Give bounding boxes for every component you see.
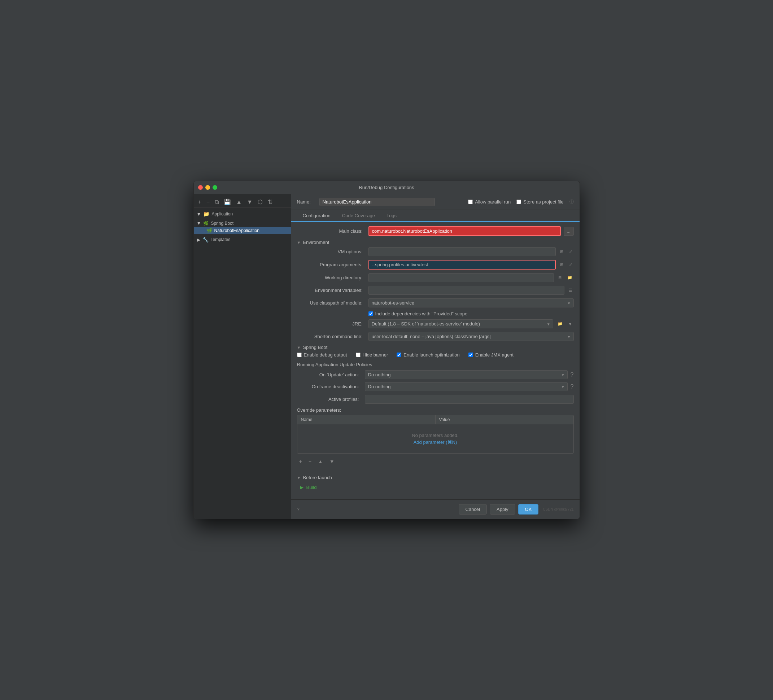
- enable-launch-optimization-checkbox[interactable]: [396, 353, 401, 357]
- env-variables-label: Environment variables:: [297, 288, 365, 293]
- shorten-cmd-label: Shorten command line:: [297, 334, 365, 339]
- templates-group-header[interactable]: ▶ 🔧 Templates: [194, 236, 291, 243]
- spring-boot-toggle[interactable]: ▼: [297, 345, 301, 350]
- working-dir-expand-icon[interactable]: ⊞: [557, 274, 563, 281]
- on-update-action-select-wrapper: Do nothing Update classes and resources …: [365, 370, 567, 379]
- sort-button[interactable]: ⇅: [266, 198, 274, 206]
- close-button[interactable]: [198, 185, 203, 190]
- spring-boot-section: ▼ Spring Boot Enable debug output Hide b…: [297, 345, 574, 467]
- copy-config-button[interactable]: ⧉: [213, 198, 220, 206]
- jre-folder-icon[interactable]: 📁: [556, 321, 564, 327]
- csdn-credit: CSDN @renkai721: [543, 507, 574, 511]
- enable-launch-optimization-label: Enable launch optimization: [403, 352, 459, 358]
- program-args-fullscreen-icon[interactable]: ⤢: [567, 261, 574, 268]
- add-config-button[interactable]: +: [197, 198, 203, 206]
- environment-toggle[interactable]: ▼: [297, 240, 301, 245]
- jre-label: JRE:: [297, 321, 365, 327]
- tab-configuration[interactable]: Configuration: [297, 210, 336, 222]
- enable-jmx-agent-checkbox[interactable]: [469, 353, 473, 357]
- remove-config-button[interactable]: −: [205, 198, 211, 206]
- build-icon: ▶: [300, 485, 304, 490]
- application-expand-arrow: ▼: [197, 212, 201, 217]
- main-class-value: com.naturobot.NaturobotEsApplication: [372, 228, 452, 234]
- params-move-up-button[interactable]: ▲: [316, 458, 325, 465]
- name-row: Name: Allow parallel run Store as projec…: [291, 194, 580, 210]
- vm-options-input[interactable]: [368, 247, 556, 256]
- hide-banner-item: Hide banner: [356, 352, 388, 358]
- program-arguments-input[interactable]: [368, 260, 556, 269]
- no-params-message: No parameters added.: [412, 433, 458, 438]
- jre-select[interactable]: Default (1.8 – SDK of 'naturobot-es-serv…: [368, 319, 553, 329]
- enable-debug-output-label: Enable debug output: [304, 352, 347, 358]
- on-update-help-icon[interactable]: ?: [571, 371, 574, 378]
- env-variables-row: Environment variables: ☰: [297, 286, 574, 295]
- right-panel: Name: Allow parallel run Store as projec…: [291, 194, 580, 519]
- help-question-icon[interactable]: ?: [297, 506, 299, 512]
- enable-debug-output-checkbox[interactable]: [297, 353, 302, 357]
- before-launch-header: ▼ Before launch: [297, 475, 574, 480]
- params-remove-button[interactable]: −: [306, 458, 314, 465]
- env-vars-list-icon[interactable]: ☰: [567, 287, 574, 293]
- application-group-header[interactable]: ▼ 📁 Application: [194, 210, 291, 218]
- program-args-expand-icon[interactable]: ⊞: [559, 261, 565, 268]
- include-deps-checkbox[interactable]: [368, 311, 373, 316]
- program-arguments-label: Program arguments:: [297, 262, 365, 267]
- params-value-col: Value: [436, 415, 574, 424]
- params-move-down-button[interactable]: ▼: [327, 458, 337, 465]
- main-class-input[interactable]: com.naturobot.NaturobotEsApplication: [368, 226, 561, 236]
- ok-button[interactable]: OK: [518, 504, 539, 514]
- use-classpath-row: Use classpath of module: naturobot-es-se…: [297, 298, 574, 307]
- main-class-browse-button[interactable]: ...: [564, 227, 574, 236]
- on-frame-deactivation-select[interactable]: Do nothing Update classes and resources …: [365, 382, 567, 391]
- shorten-cmd-select[interactable]: user-local default: none – java [options…: [368, 332, 574, 341]
- move-up-button[interactable]: ▲: [235, 198, 243, 206]
- include-deps-row: Include dependencies with "Provided" sco…: [368, 311, 574, 316]
- application-folder-icon: 📁: [203, 211, 209, 217]
- name-input[interactable]: [319, 198, 435, 206]
- params-add-button[interactable]: +: [297, 458, 304, 465]
- working-dir-folder-icon[interactable]: 📁: [566, 274, 574, 281]
- use-classpath-label: Use classpath of module:: [297, 300, 365, 306]
- active-profiles-input[interactable]: [365, 395, 574, 404]
- maximize-button[interactable]: [212, 185, 217, 190]
- tab-logs[interactable]: Logs: [381, 210, 402, 222]
- store-as-project-file-label: Store as project file: [523, 199, 563, 205]
- working-directory-row: Working directory: ⊞ 📁: [297, 273, 574, 282]
- spring-boot-section-label: Spring Boot: [303, 345, 327, 350]
- allow-parallel-run-checkbox-row: Allow parallel run: [468, 199, 511, 205]
- name-options: Allow parallel run Store as project file…: [468, 199, 574, 205]
- templates-label: Templates: [211, 237, 230, 242]
- on-frame-deactivation-select-wrapper: Do nothing Update classes and resources …: [365, 382, 567, 391]
- cancel-button[interactable]: Cancel: [459, 504, 487, 514]
- store-as-project-file-checkbox[interactable]: [516, 200, 521, 204]
- hide-banner-checkbox[interactable]: [356, 353, 360, 357]
- params-table: Name Value No parameters added. Add para…: [297, 415, 574, 454]
- spring-boot-group-label: Spring Boot: [211, 221, 234, 226]
- working-directory-input[interactable]: [368, 273, 554, 282]
- vm-options-expand-icon[interactable]: ⊞: [559, 249, 565, 255]
- move-down-button[interactable]: ▼: [245, 198, 254, 206]
- naturobot-item[interactable]: 🌿 NaturobotEsApplication: [194, 227, 291, 234]
- params-name-col: Name: [298, 415, 436, 424]
- allow-parallel-run-checkbox[interactable]: [468, 200, 473, 204]
- save-config-button[interactable]: 💾: [222, 198, 232, 206]
- enable-launch-optimization-item: Enable launch optimization: [396, 352, 459, 358]
- sidebar-toolbar: + − ⧉ 💾 ▲ ▼ ⬡ ⇅: [194, 196, 291, 208]
- apply-button[interactable]: Apply: [490, 504, 515, 514]
- on-frame-help-icon[interactable]: ?: [571, 384, 574, 390]
- tab-code-coverage[interactable]: Code Coverage: [336, 210, 381, 222]
- classpath-select[interactable]: naturobot-es-service: [368, 298, 574, 307]
- spring-boot-group-header[interactable]: ▼ 🌿 Spring Boot: [194, 219, 291, 227]
- add-parameter-link[interactable]: Add parameter (⌘N): [414, 439, 457, 445]
- env-variables-input[interactable]: [368, 286, 564, 295]
- on-update-action-label: On 'Update' action:: [297, 372, 362, 378]
- on-update-action-select[interactable]: Do nothing Update classes and resources …: [365, 370, 567, 379]
- before-launch-toggle[interactable]: ▼: [297, 476, 301, 480]
- share-button[interactable]: ⬡: [256, 198, 264, 206]
- on-frame-deactivation-row: On frame deactivation: Do nothing Update…: [297, 382, 574, 391]
- vm-options-fullscreen-icon[interactable]: ⤢: [567, 249, 574, 255]
- jre-dropdown-icon[interactable]: ▼: [567, 321, 574, 327]
- minimize-button[interactable]: [206, 185, 210, 190]
- environment-section-header: ▼ Environment: [297, 240, 574, 245]
- params-table-toolbar: + − ▲ ▼: [297, 457, 574, 467]
